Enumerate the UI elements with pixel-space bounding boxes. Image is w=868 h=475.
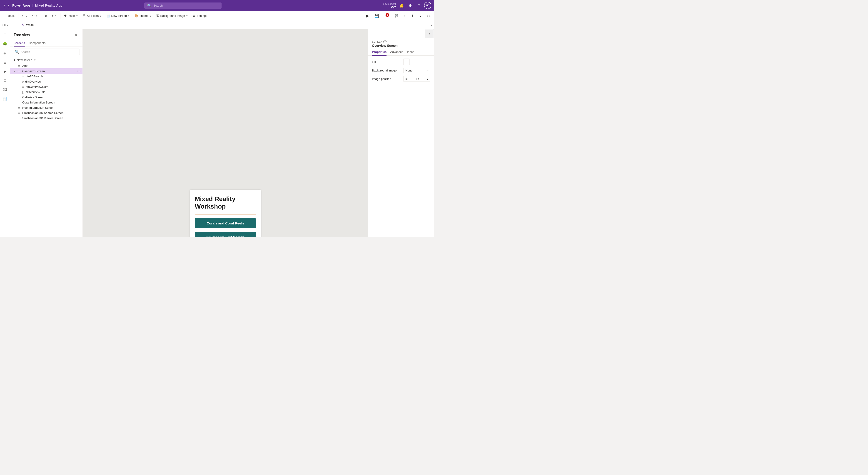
nav-variables-icon[interactable]: (x) xyxy=(1,85,9,94)
formula-bar: Fill ∨ fx ∨ xyxy=(0,21,434,29)
tree-item-smithsonian-viewer[interactable]: › ▭ Smithsonian 3D Viewer Screen xyxy=(10,115,83,121)
rp-tab-ideas[interactable]: Ideas xyxy=(407,48,414,56)
app-canvas: Mixed Reality Workshop Corals and Coral … xyxy=(190,190,260,238)
lbltitle-icon: T̲ xyxy=(22,91,23,94)
canvas-btn-corals[interactable]: Corals and Coral Reefs xyxy=(195,218,256,228)
redo-button[interactable]: ↪ ∨ xyxy=(30,13,40,19)
tree-search-icon: 🔍 xyxy=(15,50,19,54)
global-search[interactable]: 🔍 xyxy=(144,2,221,9)
back-button[interactable]: ← Back xyxy=(2,13,17,19)
canvas-title: Mixed Reality Workshop xyxy=(195,195,256,210)
nav-insert-icon[interactable]: ✚ xyxy=(1,49,9,57)
tree-header: Tree view ✕ xyxy=(10,29,83,40)
theme-button[interactable]: 🎨 Theme ∨ xyxy=(132,13,153,19)
divoverview-label: divOverview xyxy=(25,80,41,83)
avatar[interactable]: U0 xyxy=(424,2,431,9)
formula-input[interactable] xyxy=(26,23,429,27)
rp-tab-advanced[interactable]: Advanced xyxy=(390,48,403,56)
tab-screens[interactable]: Screens xyxy=(13,40,25,46)
insert-button[interactable]: ✚ Insert ∨ xyxy=(62,13,80,19)
rp-image-position-select[interactable]: ⊞ Fit ∨ xyxy=(403,76,430,82)
overview-screen-more-icon[interactable]: ••• xyxy=(77,69,81,73)
command-bar: ← Back ↩ ∨ ↪ ∨ ⧉ ⎗ ∨ ✚ Insert ∨ 🗄 Add da… xyxy=(0,11,434,21)
undo-button[interactable]: ↩ ∨ xyxy=(20,13,30,19)
help-button[interactable]: ? xyxy=(415,2,423,9)
canvas-btn-smithsonian[interactable]: Smithsonian 3D Search xyxy=(195,232,256,237)
add-data-button[interactable]: 🗄 Add data ∨ xyxy=(81,13,104,19)
tree-search-box[interactable]: 🔍 xyxy=(13,48,80,55)
tree-child-btn3dsearch[interactable]: ▭ btn3DSearch xyxy=(10,74,83,79)
nav-treeview-icon[interactable]: 🌳 xyxy=(1,40,9,48)
tab-components[interactable]: Components xyxy=(29,40,46,46)
separator-2 xyxy=(41,13,41,19)
tree-item-coral-info[interactable]: › ▭ Coral Information Screen xyxy=(10,100,83,105)
tree-tabs: Screens Components xyxy=(10,40,83,47)
app-check-button[interactable]: ⬚ xyxy=(425,13,432,19)
rp-content: Fill Background image None ∨ Image posit… xyxy=(368,56,434,84)
settings-icon-button[interactable]: ⚙ xyxy=(407,2,414,9)
property-caret: ∨ xyxy=(7,24,8,26)
theme-caret: ∨ xyxy=(150,14,151,17)
comment-button[interactable]: 💬 xyxy=(393,13,401,19)
tree-child-lbltitle[interactable]: T̲ lblOverviewTitle xyxy=(10,90,83,95)
copy-button[interactable]: ⧉ xyxy=(43,13,49,19)
tree-item-galleries[interactable]: › ▭ Galleries Screen xyxy=(10,95,83,100)
background-image-button[interactable]: 🖼 Background image ∨ xyxy=(154,13,190,19)
search-input[interactable] xyxy=(153,4,219,7)
paste-button[interactable]: ⎗ ∨ xyxy=(50,13,59,19)
nav-data-icon[interactable]: 🗄 xyxy=(1,58,9,66)
rp-tab-properties[interactable]: Properties xyxy=(372,48,386,56)
tree-item-reef-info[interactable]: › ▭ Reef Information Screen xyxy=(10,105,83,110)
theme-icon: 🎨 xyxy=(134,14,138,18)
new-screen-tree-button[interactable]: + New screen ∨ xyxy=(10,57,83,63)
share-button[interactable]: ↑ 1 xyxy=(382,13,392,19)
new-screen-dropdown-icon: ∨ xyxy=(34,59,36,61)
smithsonian-viewer-expand-icon: › xyxy=(13,117,17,120)
tree-item-app[interactable]: › ▭ App xyxy=(10,63,83,68)
rp-background-image-select[interactable]: None ∨ xyxy=(403,68,430,73)
grid-icon[interactable]: ⋮⋮ xyxy=(3,2,10,9)
separator-1 xyxy=(18,13,19,19)
background-image-caret: ∨ xyxy=(186,14,188,17)
tree-search-input[interactable] xyxy=(21,50,78,54)
publish-button[interactable]: 💾 xyxy=(372,13,381,19)
reef-info-screen-icon: ▭ xyxy=(18,106,21,109)
overview-expand-icon: ∨ xyxy=(13,70,17,72)
nav-analytics-icon[interactable]: 📊 xyxy=(1,94,9,103)
main-layout: ☰ 🌳 ✚ 🗄 ▶ ⬡ (x) 📊 🔍 ⚙ 👤 Tree view ✕ Scre… xyxy=(0,29,434,237)
tree-item-overview-screen[interactable]: ∨ ▭ Overview Screen ••• xyxy=(10,68,83,74)
collapse-caret[interactable]: ∨ xyxy=(417,13,424,19)
galleries-expand-icon: › xyxy=(13,96,17,99)
search-icon: 🔍 xyxy=(147,3,152,8)
canvas-title-line2: Workshop xyxy=(195,203,226,210)
rp-fill-swatch[interactable] xyxy=(403,59,410,65)
rp-screen-keyword: SCREEN xyxy=(372,40,382,43)
fx-icon: fx xyxy=(22,23,24,27)
nav-components-icon[interactable]: ⬡ xyxy=(1,76,9,84)
tree-child-divoverview[interactable]: ◇ divOverview xyxy=(10,79,83,84)
new-screen-icon: 📄 xyxy=(106,14,110,18)
preview-button[interactable]: ▶ xyxy=(364,13,371,19)
notifications-button[interactable]: 🔔 xyxy=(398,2,405,9)
save-button[interactable]: ⬇ xyxy=(409,13,416,19)
more-button[interactable]: ··· xyxy=(210,13,217,19)
nav-expand-icon[interactable]: ☰ xyxy=(1,31,9,39)
tree-child-btnoverview[interactable]: ▭ btnOverviewCoral xyxy=(10,84,83,90)
sidebar-nav: ☰ 🌳 ✚ 🗄 ▶ ⬡ (x) 📊 🔍 ⚙ 👤 xyxy=(0,29,10,237)
new-screen-label: New screen xyxy=(111,14,127,18)
galleries-label: Galleries Screen xyxy=(22,96,81,99)
rp-image-position-selected: Fit xyxy=(416,77,419,80)
background-image-icon: 🖼 xyxy=(156,14,159,18)
tree-close-button[interactable]: ✕ xyxy=(72,32,79,38)
lbltitle-label: lblOverviewTitle xyxy=(25,90,45,94)
tree-title: Tree view xyxy=(13,33,30,37)
rp-background-image-label: Background image xyxy=(372,69,402,72)
overview-screen-label: Overview Screen xyxy=(22,69,76,73)
right-panel-collapse-button[interactable]: › xyxy=(425,29,434,38)
rp-screen-label: SCREEN ? xyxy=(372,40,430,43)
run-button[interactable]: ▷ xyxy=(402,13,408,19)
new-screen-button[interactable]: 📄 New screen ∨ xyxy=(104,13,132,19)
nav-media-icon[interactable]: ▶ xyxy=(1,67,9,75)
tree-item-smithsonian-search[interactable]: › ▭ Smithsonian 3D Search Screen xyxy=(10,110,83,115)
settings-button[interactable]: ⚙ Settings xyxy=(190,13,210,19)
